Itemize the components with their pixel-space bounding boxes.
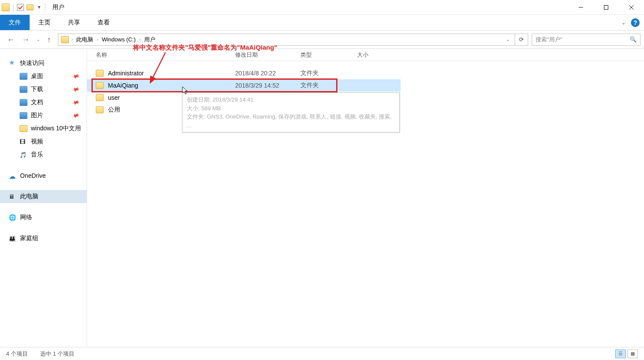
minimize-button[interactable] xyxy=(568,0,593,14)
documents-icon xyxy=(20,99,27,106)
col-header-type[interactable]: 类型 xyxy=(300,51,357,59)
pictures-icon xyxy=(20,112,27,119)
breadcrumb-segment[interactable]: 此电脑 xyxy=(74,36,96,44)
search-input[interactable]: 搜索"用户" 🔍 xyxy=(532,34,641,46)
pin-icon: 📌 xyxy=(71,98,80,107)
music-icon xyxy=(20,151,27,158)
sidebar-network[interactable]: 网络 xyxy=(0,211,87,224)
star-icon xyxy=(9,60,17,67)
folder-icon xyxy=(96,82,104,89)
folder-icon xyxy=(2,3,10,11)
folder-icon xyxy=(96,94,104,101)
sidebar-this-pc[interactable]: 此电脑 xyxy=(0,190,87,203)
tooltip: 创建日期: 2018/3/29 14:41 大小: 569 MB 文件夹: GN… xyxy=(182,92,400,132)
help-icon[interactable]: ? xyxy=(631,18,640,27)
tab-file[interactable]: 文件 xyxy=(0,15,30,30)
pin-icon: 📌 xyxy=(71,85,80,94)
col-header-date[interactable]: 修改日期 xyxy=(235,51,300,59)
tab-view[interactable]: 查看 xyxy=(89,15,118,30)
pin-icon: 📌 xyxy=(71,72,80,81)
homegroup-icon xyxy=(9,235,17,242)
search-placeholder: 搜索"用户" xyxy=(536,36,562,44)
downloads-icon xyxy=(20,86,27,93)
breadcrumb-segment[interactable]: 用户 xyxy=(142,36,158,44)
sidebar-item-videos[interactable]: 视频 xyxy=(0,135,87,148)
file-row-selected[interactable]: MaAiQiang 2018/3/29 14:52 文件夹 xyxy=(87,79,401,92)
properties-icon[interactable] xyxy=(17,4,24,11)
folder-icon xyxy=(96,70,104,77)
folder-icon xyxy=(20,125,27,132)
sidebar-item-folder[interactable]: windows 10中文用 xyxy=(0,122,87,135)
file-row[interactable]: Administrator 2018/4/8 20:22 文件夹 xyxy=(87,67,644,79)
sidebar-item-documents[interactable]: 文档📌 xyxy=(0,96,87,109)
sidebar-item-music[interactable]: 音乐 xyxy=(0,148,87,161)
status-selected-count: 选中 1 个项目 xyxy=(40,350,74,358)
close-button[interactable] xyxy=(619,0,644,14)
video-icon xyxy=(20,138,27,145)
forward-button[interactable]: → xyxy=(22,36,30,44)
sidebar-item-pictures[interactable]: 图片📌 xyxy=(0,109,87,122)
file-list-area: 名称 修改日期 类型 大小 Administrator 2018/4/8 20:… xyxy=(87,49,644,347)
chevron-right-icon[interactable]: › xyxy=(71,37,73,42)
annotation-text: 将中文名称文件夹"马爱强"重命名为"MaAiQiang" xyxy=(133,44,277,52)
col-header-name[interactable]: 名称 xyxy=(96,51,235,59)
col-header-size[interactable]: 大小 xyxy=(357,51,401,59)
tab-share[interactable]: 共享 xyxy=(59,15,89,30)
sidebar-homegroup[interactable]: 家庭组 xyxy=(0,232,87,245)
ribbon-expand-icon[interactable]: ⌄ xyxy=(621,20,626,26)
quick-access-toolbar: ▼ xyxy=(0,3,48,11)
recent-dropdown-icon[interactable]: ⌄ xyxy=(37,37,40,42)
up-button[interactable]: ↑ xyxy=(47,36,51,44)
maximize-button[interactable] xyxy=(593,0,619,14)
back-button[interactable]: ← xyxy=(7,36,15,44)
onedrive-icon xyxy=(9,172,17,179)
folder-icon xyxy=(96,106,104,113)
view-icons-button[interactable]: ▦ xyxy=(627,350,638,358)
status-item-count: 4 个项目 xyxy=(6,350,28,358)
network-icon xyxy=(9,214,17,221)
new-folder-icon[interactable] xyxy=(27,4,34,10)
view-details-button[interactable]: ☰ xyxy=(615,350,626,358)
chevron-right-icon[interactable]: › xyxy=(139,37,141,42)
statusbar: 4 个项目 选中 1 个项目 ☰ ▦ xyxy=(0,347,644,360)
sidebar-quick-access[interactable]: 快速访问 xyxy=(0,57,87,70)
svg-rect-1 xyxy=(604,5,608,9)
breadcrumb-segment[interactable]: Windows (C:) xyxy=(99,36,138,43)
navbar: ← → ⌄ ↑ › 此电脑 › Windows (C:) › 用户 ⌄ ⟳ 搜索… xyxy=(0,31,644,49)
refresh-button[interactable]: ⟳ xyxy=(515,34,528,46)
tab-home[interactable]: 主页 xyxy=(30,15,59,30)
chevron-right-icon[interactable]: › xyxy=(97,37,98,42)
window-title: 用户 xyxy=(52,3,64,11)
breadcrumb[interactable]: › 此电脑 › Windows (C:) › 用户 ⌄ xyxy=(58,34,515,46)
search-icon[interactable]: 🔍 xyxy=(630,36,637,43)
pin-icon: 📌 xyxy=(71,111,80,120)
qa-dropdown-icon[interactable]: ▼ xyxy=(37,5,41,10)
ribbon: 文件 主页 共享 查看 ⌄ ? xyxy=(0,15,644,31)
sidebar-item-downloads[interactable]: 下载📌 xyxy=(0,83,87,96)
breadcrumb-dropdown-icon[interactable]: ⌄ xyxy=(503,37,512,42)
pc-icon xyxy=(9,193,17,200)
sidebar: 快速访问 桌面📌 下载📌 文档📌 图片📌 windows 10中文用 视频 音乐… xyxy=(0,49,87,347)
breadcrumb-folder-icon xyxy=(61,36,69,43)
sidebar-item-desktop[interactable]: 桌面📌 xyxy=(0,70,87,83)
titlebar: ▼ 用户 xyxy=(0,0,644,15)
desktop-icon xyxy=(20,73,27,80)
sidebar-onedrive[interactable]: OneDrive xyxy=(0,169,87,182)
